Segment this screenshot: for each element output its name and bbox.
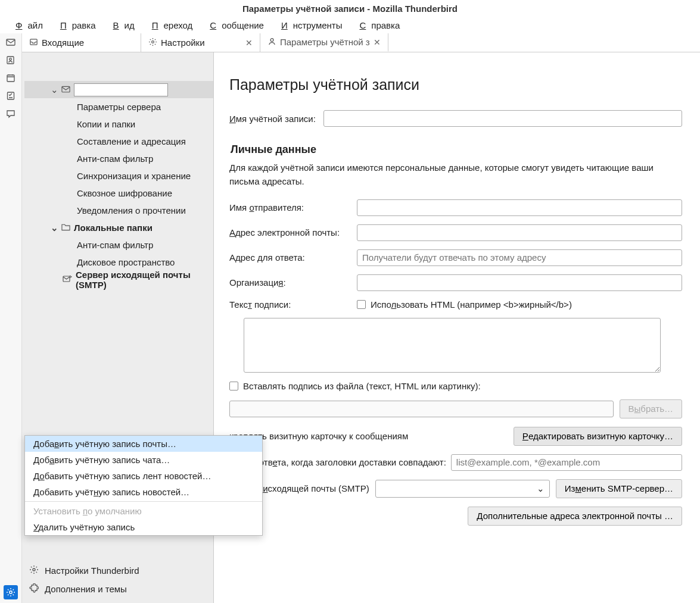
- menu-add-mail-account[interactable]: Добавить учётную запись почты…: [25, 436, 262, 452]
- chevron-down-icon[interactable]: ⌄: [51, 223, 58, 233]
- settings-pane: Параметры учётной записи Имя учётной зап…: [214, 52, 700, 603]
- additional-addresses-button[interactable]: Дополнительные адреса электронной почты …: [468, 507, 682, 526]
- gear-icon: [29, 565, 39, 576]
- tab-inbox[interactable]: Входящие: [22, 33, 141, 52]
- menu-go[interactable]: Переход: [141, 19, 198, 32]
- sig-file-path-field: [229, 401, 614, 417]
- window-title: Параметры учётной записи - Mozilla Thund…: [242, 4, 458, 14]
- tree-mdn[interactable]: Уведомления о прочтении: [24, 202, 213, 219]
- sig-html-label: Использовать HTML (например <b>жирный</b…: [371, 299, 572, 310]
- mail-icon: [61, 85, 70, 95]
- tree-server-settings[interactable]: Параметры сервера: [24, 98, 213, 115]
- menu-add-chat-account[interactable]: Добавить учётную запись чата…: [25, 452, 262, 468]
- tree-copies-folders[interactable]: Копии и папки: [24, 115, 213, 133]
- addons-link[interactable]: Дополнения и темы: [27, 580, 209, 598]
- close-icon[interactable]: ✕: [374, 38, 381, 47]
- chevron-down-icon[interactable]: ⌄: [51, 85, 58, 95]
- menu-separator: [25, 501, 262, 502]
- svg-point-5: [10, 591, 12, 593]
- menubar: Файл Правка Вид Переход Сообщение Инстру…: [0, 17, 700, 33]
- svg-rect-0: [7, 39, 15, 45]
- tree-composition[interactable]: Составление и адресация: [24, 133, 213, 150]
- tab-account-settings-label: Параметры учётной з: [280, 37, 370, 47]
- chevron-down-icon: ⌄: [537, 483, 545, 494]
- thunderbird-settings-link[interactable]: Настройки Thunderbird: [27, 561, 209, 580]
- page-title: Параметры учётной записи: [229, 76, 682, 93]
- sender-name-label: Имя отправителя:: [229, 202, 357, 213]
- tree-smtp[interactable]: Сервер исходящей почты (SMTP): [24, 271, 213, 288]
- edit-vcard-button[interactable]: Редактировать визитную карточку…: [514, 427, 682, 446]
- menu-message[interactable]: Сообщение: [199, 19, 269, 32]
- email-label: Адрес электронной почты:: [229, 227, 357, 238]
- svg-rect-4: [8, 92, 14, 99]
- tree-junk[interactable]: Анти-спам фильтр: [24, 150, 213, 167]
- sig-html-checkbox[interactable]: [357, 300, 366, 309]
- smtp-select[interactable]: ⌄: [375, 480, 550, 498]
- org-label: Организация:: [229, 277, 357, 288]
- tree-sync[interactable]: Синхронизация и хранение: [24, 167, 213, 185]
- sig-text-label: Текст подписи:: [229, 299, 357, 310]
- reply-to-label: Адрес для ответа:: [229, 252, 357, 263]
- account-name-input[interactable]: [74, 83, 168, 96]
- menu-file[interactable]: Файл: [5, 19, 48, 32]
- account-name-label: Имя учётной записи:: [229, 114, 323, 124]
- svg-rect-9: [62, 86, 70, 92]
- window-titlebar: Параметры учётной записи - Mozilla Thund…: [0, 0, 700, 17]
- reply-matches-field[interactable]: [451, 454, 682, 471]
- svg-rect-3: [7, 75, 14, 82]
- sig-file-checkbox[interactable]: [229, 382, 238, 390]
- menu-help[interactable]: Справка: [349, 19, 405, 32]
- menu-view[interactable]: Вид: [102, 19, 140, 32]
- reply-to-field[interactable]: [357, 249, 682, 266]
- tab-settings-label: Настройки: [161, 38, 205, 48]
- tree-account-row[interactable]: ⌄: [24, 81, 213, 98]
- mail-space-icon[interactable]: [5, 37, 16, 48]
- org-field[interactable]: [357, 274, 682, 291]
- tree-e2e[interactable]: Сквозное шифрование: [24, 185, 213, 202]
- spaces-toolbar: [0, 33, 22, 603]
- outgoing-icon: [63, 274, 72, 285]
- account-icon: [267, 37, 276, 48]
- svg-point-11: [33, 568, 35, 571]
- menu-set-default: Установить по умолчанию: [25, 503, 262, 519]
- tasks-space-icon[interactable]: [5, 90, 16, 101]
- personal-section-heading: Личные данные: [231, 143, 682, 156]
- email-field[interactable]: [357, 224, 682, 241]
- tab-settings[interactable]: Настройки ✕: [141, 33, 260, 52]
- chat-space-icon[interactable]: [5, 108, 16, 119]
- account-actions-menu: Добавить учётную запись почты… Добавить …: [24, 435, 263, 536]
- account-name-field[interactable]: [323, 110, 682, 127]
- tab-account-settings[interactable]: Параметры учётной з ✕: [260, 33, 388, 52]
- menu-add-feed-account[interactable]: Добавить учётную запись лент новостей…: [25, 468, 262, 484]
- menu-edit[interactable]: Правка: [49, 19, 101, 32]
- tab-inbox-label: Входящие: [42, 38, 84, 48]
- sig-file-label: Вставлять подпись из файла (текст, HTML …: [243, 381, 481, 391]
- svg-point-2: [10, 58, 12, 61]
- addressbook-space-icon[interactable]: [5, 55, 16, 65]
- tree-local-junk[interactable]: Анти-спам фильтр: [24, 236, 213, 254]
- menu-remove-account[interactable]: Удалить учётную запись: [25, 519, 262, 535]
- menu-add-news-account[interactable]: Добавить учётную запись новостей…: [25, 484, 262, 500]
- calendar-space-icon[interactable]: [5, 73, 16, 83]
- settings-space-icon[interactable]: [4, 585, 18, 599]
- inbox-icon: [29, 38, 38, 48]
- menu-tools[interactable]: Инструменты: [270, 19, 348, 32]
- signature-textarea[interactable]: [244, 318, 661, 373]
- svg-point-8: [270, 38, 273, 41]
- edit-smtp-button[interactable]: Изменить SMTP-сервер…: [556, 479, 682, 498]
- sender-name-field[interactable]: [357, 199, 682, 216]
- svg-point-7: [152, 40, 154, 43]
- folder-icon: [61, 223, 70, 233]
- personal-section-desc: Для каждой учётной записи имеются персон…: [229, 161, 682, 189]
- gear-icon: [148, 38, 157, 48]
- browse-button: Выбрать…: [620, 399, 682, 418]
- tree-local-folders[interactable]: ⌄ Локальные папки: [24, 219, 213, 236]
- tree-disk[interactable]: Дисковое пространство: [24, 254, 213, 271]
- tabbar: Входящие Настройки ✕ Параметры учётной з…: [22, 33, 700, 52]
- puzzle-icon: [29, 583, 39, 595]
- close-icon[interactable]: ✕: [245, 38, 253, 48]
